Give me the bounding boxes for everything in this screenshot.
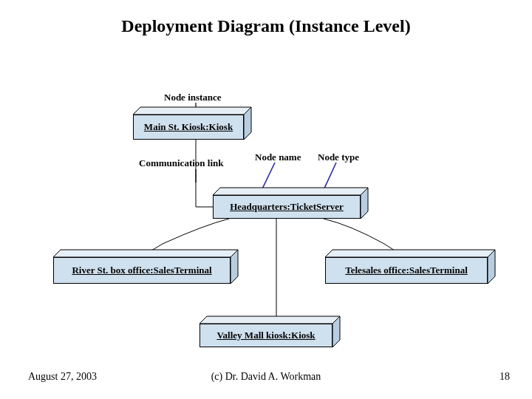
svg-line-2	[257, 163, 275, 200]
node-main-kiosk-label: Main St. Kiosk:Kiosk	[133, 115, 244, 140]
svg-line-3	[319, 163, 336, 200]
footer-copyright: (c) Dr. David A. Workman	[0, 371, 532, 383]
svg-marker-10	[361, 188, 368, 219]
svg-marker-12	[231, 250, 238, 284]
node-river-office-label: River St. box office:SalesTerminal	[53, 257, 231, 284]
svg-marker-8	[244, 107, 251, 140]
label-communication-link: Communication link	[139, 157, 224, 169]
label-node-name: Node name	[255, 151, 301, 163]
footer-page-number: 18	[499, 371, 510, 383]
node-telesales-label: Telesales office:SalesTerminal	[325, 257, 488, 284]
svg-marker-9	[213, 188, 368, 195]
page-title: Deployment Diagram (Instance Level)	[0, 16, 532, 36]
label-node-instance: Node instance	[164, 92, 222, 103]
svg-marker-16	[332, 316, 340, 347]
svg-marker-13	[325, 250, 495, 257]
svg-marker-14	[488, 250, 495, 284]
svg-marker-15	[200, 316, 340, 324]
label-node-type: Node type	[318, 151, 359, 163]
svg-marker-11	[53, 250, 238, 257]
svg-marker-7	[133, 107, 251, 115]
node-valley-mall-label: Valley Mall kiosk:Kiosk	[200, 324, 332, 347]
node-headquarters-label: Headquarters:TicketServer	[213, 195, 361, 219]
